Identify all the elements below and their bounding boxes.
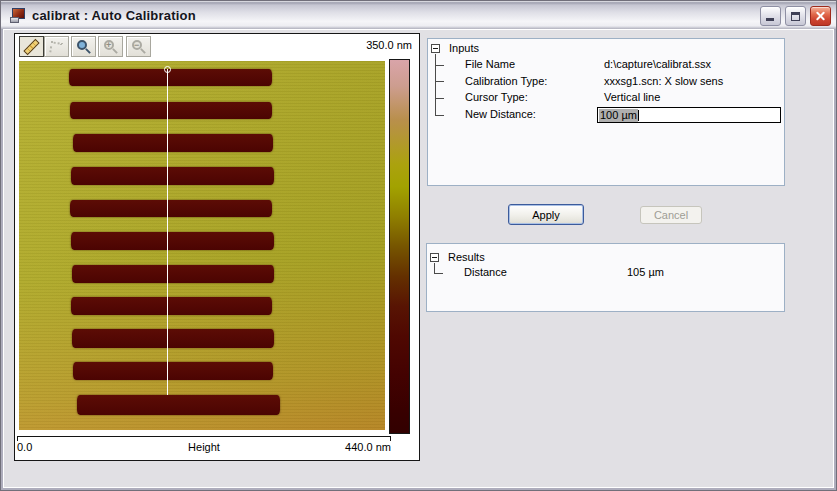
zoom-in-handle xyxy=(112,48,118,54)
minimize-button[interactable] xyxy=(760,6,781,26)
ruler-tool-button[interactable] xyxy=(19,36,44,57)
results-collapse-toggle[interactable] xyxy=(430,253,439,262)
inputs-header: Inputs xyxy=(449,42,479,55)
tree-branch xyxy=(435,98,444,99)
maximize-icon xyxy=(791,12,800,21)
afm-grating-bar xyxy=(69,69,272,86)
measure-cursor-line[interactable] xyxy=(167,69,168,395)
inputs-groupbox: Inputs File Name d:\capture\calibrat.ssx… xyxy=(427,38,785,186)
scale-max-label: 440.0 nm xyxy=(266,441,391,453)
zoom-out-handle xyxy=(140,48,146,54)
close-button[interactable] xyxy=(810,6,831,26)
app-icon-base xyxy=(10,17,19,23)
tree-line xyxy=(435,54,436,115)
file-name-label: File Name xyxy=(465,58,515,71)
color-scale-bar xyxy=(389,59,410,434)
scale-channel-label: Height xyxy=(142,441,267,453)
inputs-collapse-toggle[interactable] xyxy=(431,44,440,53)
measure-cursor-knob[interactable] xyxy=(164,66,171,73)
new-distance-input[interactable]: 100 µm xyxy=(597,107,781,123)
apply-button[interactable]: Apply xyxy=(508,204,584,225)
z-scale-max-label: 350.0 nm xyxy=(366,39,412,51)
file-name-value: d:\capture\calibrat.ssx xyxy=(604,58,711,71)
distance-value: 105 µm xyxy=(627,266,664,279)
tree-branch xyxy=(435,115,444,116)
cursor-tool-button xyxy=(44,36,69,57)
calibration-type-value: xxxsg1.scn: X slow sens xyxy=(604,75,723,88)
afm-grating-bar xyxy=(73,362,273,380)
cancel-button: Cancel xyxy=(640,206,702,224)
afm-grating-bar xyxy=(73,134,273,152)
afm-grating-bar xyxy=(70,102,272,119)
afm-grating-bar xyxy=(71,297,272,315)
afm-image-panel: + − 350.0 nm 0.0 Height 440.0 nm xyxy=(14,33,420,461)
minimize-icon xyxy=(766,18,774,21)
dialog-client-area: + − 350.0 nm 0.0 Height 440.0 nm xyxy=(4,30,833,487)
tree-branch xyxy=(435,65,444,66)
app-icon xyxy=(10,8,26,23)
window-title: calibrat : Auto Calibration xyxy=(32,8,196,23)
tree-branch xyxy=(434,273,443,274)
afm-grating-bar xyxy=(71,232,274,250)
afm-grating-bar xyxy=(77,395,280,415)
tree-line xyxy=(434,263,435,273)
cursor-type-label: Cursor Type: xyxy=(465,91,528,104)
ruler-icon xyxy=(23,39,39,55)
magnifier-tool-button[interactable] xyxy=(71,36,96,57)
new-distance-label: New Distance: xyxy=(465,108,536,121)
results-header: Results xyxy=(448,251,485,264)
zoom-out-button: − xyxy=(126,36,151,57)
window: calibrat : Auto Calibration xyxy=(0,0,837,491)
selected-text: 100 µm xyxy=(599,109,638,122)
distance-label: Distance xyxy=(464,266,507,279)
tree-branch xyxy=(435,81,444,82)
afm-grating-bar xyxy=(71,167,274,185)
maximize-button[interactable] xyxy=(785,6,806,26)
plus-sign: + xyxy=(106,42,111,49)
title-bar[interactable]: calibrat : Auto Calibration xyxy=(1,1,836,30)
magnifier-handle xyxy=(85,48,91,54)
scale-min-label: 0.0 xyxy=(17,441,142,453)
minus-sign: − xyxy=(134,42,139,49)
text-caret xyxy=(638,110,639,121)
cursor-tool-icon xyxy=(49,41,62,54)
afm-grating-bar xyxy=(72,265,274,283)
afm-image[interactable] xyxy=(19,61,385,430)
cursor-type-value: Vertical line xyxy=(604,91,660,104)
afm-grating-bar xyxy=(70,200,272,217)
results-groupbox: Results Distance 105 µm xyxy=(426,243,785,312)
zoom-in-button: + xyxy=(98,36,123,57)
afm-grating-bar xyxy=(72,329,274,348)
calibration-type-label: Calibration Type: xyxy=(465,75,547,88)
